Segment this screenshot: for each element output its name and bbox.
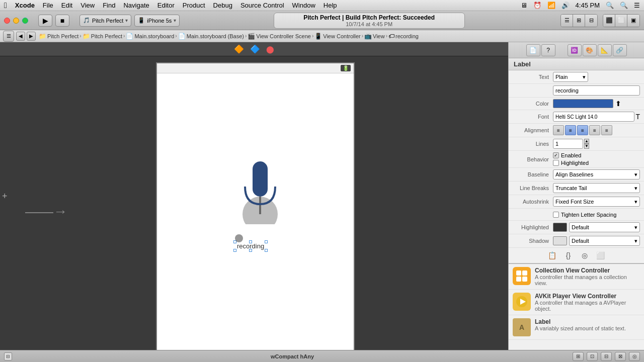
menu-navigate[interactable]: Navigate (123, 2, 149, 9)
apple-menu[interactable]:  (4, 1, 7, 10)
breadcrumb-back[interactable]: ◀ (16, 32, 25, 41)
breadcrumb-storyboard[interactable]: Main.storyboard (134, 33, 174, 39)
chevron-down-icon: ▾ (583, 74, 586, 80)
label-library-icon: A (513, 318, 531, 336)
menu-window[interactable]: Window (292, 2, 315, 9)
autoshrink-row: Autoshrink Fixed Font Size ▾ (509, 195, 644, 209)
scheme-selector[interactable]: 🎵 Pitch Perfect ▾ (79, 15, 131, 27)
debug-btn[interactable]: ⬜ (615, 15, 627, 27)
enabled-checkbox[interactable]: ✓ (553, 152, 559, 158)
breadcrumb-pitch-perfect-1[interactable]: Pitch Perfect (47, 33, 78, 39)
menu-extra-icon[interactable]: ☰ (634, 2, 640, 9)
stop-button[interactable]: ■ (55, 15, 69, 27)
circle-icon-btn[interactable]: ◎ (578, 250, 591, 261)
menu-editor[interactable]: Editor (157, 2, 175, 9)
align-center-2-btn[interactable]: ≡ (577, 125, 588, 135)
line-breaks-select[interactable]: Truncate Tail ▾ (553, 183, 640, 193)
label-library-item[interactable]: A Label A variably sized amount of stati… (509, 315, 644, 340)
shadow-select[interactable]: Default ▾ (569, 236, 640, 246)
menu-find[interactable]: Find (103, 2, 115, 9)
breadcrumb-vc[interactable]: View Controller (323, 33, 360, 39)
autoshrink-select[interactable]: Fixed Font Size ▾ (553, 197, 640, 207)
size-inspector-tab[interactable]: 📐 (598, 44, 612, 56)
lines-input[interactable] (553, 139, 583, 149)
wifi-icon: 📶 (547, 2, 555, 9)
breadcrumb-scene[interactable]: View Controller Scene (256, 33, 311, 39)
run-button[interactable]: ▶ (38, 15, 52, 27)
status-left-icon[interactable]: ⊟ (4, 352, 12, 360)
text-type-select[interactable]: Plain ▾ (553, 72, 588, 82)
line-breaks-value: Truncate Tail (555, 185, 587, 191)
close-button[interactable] (4, 18, 10, 24)
font-select[interactable]: Helti SC Light 14.0 (553, 112, 634, 122)
status-add-btn[interactable]: ⊡ (587, 352, 598, 361)
breadcrumb-view[interactable]: View (373, 33, 385, 39)
main-area: 🔶 🔷 ⬤ ——→ 🔋 (0, 42, 644, 350)
menu-view[interactable]: View (80, 2, 95, 9)
menu-file[interactable]: File (43, 2, 53, 9)
status-align-btn[interactable]: ⊠ (615, 352, 626, 361)
help-inspector-tab[interactable]: ? (541, 44, 555, 56)
align-right-btn[interactable]: ≡ (589, 125, 600, 135)
doc-icon-btn[interactable]: 📋 (546, 250, 559, 261)
lines-stepper-up[interactable]: ▲ (584, 139, 589, 144)
storyboard-icon: 📄 (126, 33, 133, 40)
text-content-input[interactable] (553, 85, 640, 96)
lines-stepper-down[interactable]: ▼ (584, 144, 589, 149)
status-circle-btn[interactable]: ◎ (629, 352, 640, 361)
breadcrumb-pitch-perfect-2[interactable]: Pitch Perfect (91, 33, 122, 39)
attributes-inspector-tab[interactable]: 🎨 (583, 44, 597, 56)
inspector-btn[interactable]: ▣ (627, 15, 639, 27)
alignment-buttons: ≡ ≡ ≡ ≡ ≡ (553, 125, 612, 135)
minimize-button[interactable] (13, 18, 19, 24)
color-label: Color (513, 101, 553, 107)
maximize-button[interactable] (22, 18, 28, 24)
plus-add-button[interactable]: + (2, 191, 8, 202)
recording-element[interactable]: recording (235, 242, 266, 250)
align-left-btn[interactable]: ≡ (553, 125, 564, 135)
font-edit-button[interactable]: T (635, 113, 640, 121)
shadow-color-swatch[interactable] (553, 236, 567, 245)
highlighted-color-value: Default (572, 224, 589, 230)
assistant-editor-btn[interactable]: ⊞ (573, 15, 585, 27)
search-menu-icon[interactable]: 🔍 (620, 2, 628, 9)
menu-debug[interactable]: Debug (213, 2, 232, 9)
breadcrumb-recording[interactable]: recording (395, 33, 419, 39)
shadow-label: Shadow (513, 238, 553, 244)
navigator-icon[interactable]: ☰ (3, 31, 14, 42)
device-selector[interactable]: 📱 iPhone 5s ▾ (134, 15, 180, 27)
editor-mode-group: ☰ ⊞ ⊟ (560, 14, 598, 27)
menu-xcode[interactable]: Xcode (15, 2, 35, 9)
menu-product[interactable]: Product (183, 2, 205, 9)
menu-source-control[interactable]: Source Control (240, 2, 284, 9)
menu-edit[interactable]: Edit (61, 2, 72, 9)
identity-inspector-tab[interactable]: 🆔 (568, 44, 582, 56)
menu-help[interactable]: Help (324, 2, 337, 9)
breadcrumb-forward[interactable]: ▶ (27, 32, 36, 41)
tighten-checkbox[interactable] (553, 212, 559, 218)
status-pin-btn[interactable]: ⊟ (601, 352, 612, 361)
color-stepper-up[interactable]: ⬆ (615, 100, 621, 108)
collection-vc-item[interactable]: Collection View Controller A controller … (509, 264, 644, 290)
version-editor-btn[interactable]: ⊟ (585, 15, 597, 27)
code-icon-btn[interactable]: {} (562, 250, 575, 261)
highlighted-color-swatch[interactable] (553, 223, 567, 232)
connections-inspector-tab[interactable]: 🔗 (613, 44, 627, 56)
highlighted-checkbox[interactable] (553, 160, 559, 166)
breadcrumb-storyboard-base[interactable]: Main.storyboard (Base) (187, 33, 244, 39)
avkit-player-item[interactable]: AVKit Player View Controller A controlle… (509, 290, 644, 315)
status-grid-btn[interactable]: ⊞ (573, 352, 584, 361)
iphone-content[interactable]: recording (157, 73, 354, 350)
breadcrumb-bar: ☰ ◀ ▶ 📁 Pitch Perfect › 📁 Pitch Perfect … (0, 30, 644, 42)
color-swatch[interactable] (553, 99, 613, 108)
menubar:  Xcode File Edit View Find Navigate Edi… (0, 0, 644, 11)
highlighted-color-select[interactable]: Default ▾ (569, 222, 640, 232)
file-inspector-tab[interactable]: 📄 (526, 44, 540, 56)
standard-editor-btn[interactable]: ☰ (561, 15, 573, 27)
navigator-btn[interactable]: ⬛ (603, 15, 615, 27)
baseline-select[interactable]: Align Baselines ▾ (553, 169, 640, 179)
align-justify-btn[interactable]: ≡ (601, 125, 612, 135)
square-icon-btn[interactable]: ⬜ (594, 250, 607, 261)
text-label: Text (513, 74, 553, 80)
align-center-btn[interactable]: ≡ (565, 125, 576, 135)
